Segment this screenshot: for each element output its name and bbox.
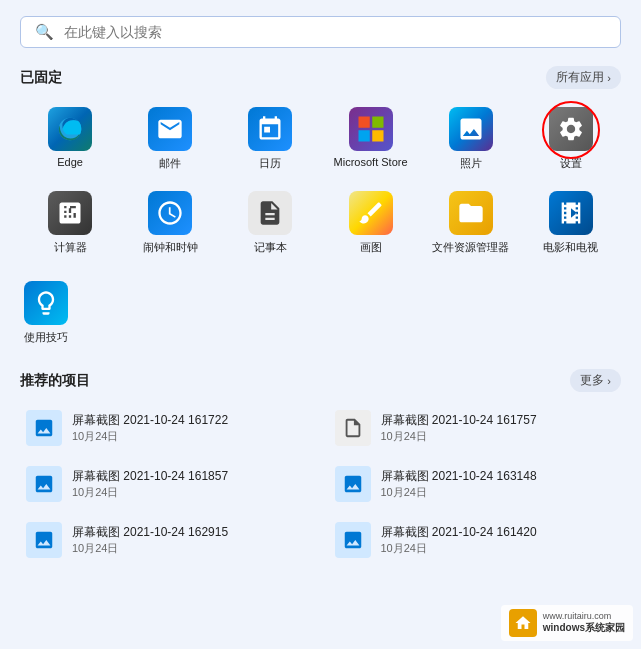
rec-text-0: 屏幕截图 2021-10-24 161722 10月24日 <box>72 412 228 444</box>
svg-rect-1 <box>372 117 383 128</box>
all-apps-label: 所有应用 <box>556 69 604 86</box>
rec-name-3: 屏幕截图 2021-10-24 163148 <box>381 468 537 485</box>
pinned-section-header: 已固定 所有应用 › <box>20 66 621 89</box>
app-tips-label: 使用技巧 <box>24 330 68 345</box>
watermark-icon <box>509 609 537 637</box>
app-settings[interactable]: 设置 <box>521 99 621 179</box>
rec-item-4[interactable]: 屏幕截图 2021-10-24 162915 10月24日 <box>20 514 313 566</box>
rec-name-0: 屏幕截图 2021-10-24 161722 <box>72 412 228 429</box>
rec-date-0: 10月24日 <box>72 429 228 444</box>
rec-name-5: 屏幕截图 2021-10-24 161420 <box>381 524 537 541</box>
rec-name-4: 屏幕截图 2021-10-24 162915 <box>72 524 228 541</box>
rec-icon-0 <box>26 410 62 446</box>
search-bar[interactable]: 🔍 <box>20 16 621 48</box>
explorer-icon <box>449 191 493 235</box>
rec-item-5[interactable]: 屏幕截图 2021-10-24 161420 10月24日 <box>329 514 622 566</box>
mail-icon <box>148 107 192 151</box>
clock-icon <box>148 191 192 235</box>
chevron-right-icon: › <box>607 72 611 84</box>
app-settings-label: 设置 <box>560 156 582 171</box>
rec-text-4: 屏幕截图 2021-10-24 162915 10月24日 <box>72 524 228 556</box>
recommended-section: 推荐的项目 更多 › 屏幕截图 2021-10-24 161722 10月24日 <box>20 369 621 639</box>
search-input[interactable] <box>64 24 606 40</box>
watermark: www.ruitairu.com windows系统家园 <box>501 605 633 641</box>
rec-date-1: 10月24日 <box>381 429 537 444</box>
rec-text-5: 屏幕截图 2021-10-24 161420 10月24日 <box>381 524 537 556</box>
rec-name-1: 屏幕截图 2021-10-24 161757 <box>381 412 537 429</box>
pinned-grid: Edge 邮件 日历 <box>20 99 621 263</box>
rec-date-4: 10月24日 <box>72 541 228 556</box>
rec-item-3[interactable]: 屏幕截图 2021-10-24 163148 10月24日 <box>329 458 622 510</box>
rec-text-3: 屏幕截图 2021-10-24 163148 10月24日 <box>381 468 537 500</box>
rec-item-0[interactable]: 屏幕截图 2021-10-24 161722 10月24日 <box>20 402 313 454</box>
photos-icon <box>449 107 493 151</box>
notepad-icon <box>248 191 292 235</box>
svg-rect-0 <box>358 117 369 128</box>
rec-icon-2 <box>26 466 62 502</box>
recommended-header: 推荐的项目 更多 › <box>20 369 621 392</box>
paint-icon <box>349 191 393 235</box>
app-calculator[interactable]: 计算器 <box>20 183 120 263</box>
rec-date-2: 10月24日 <box>72 485 228 500</box>
recommended-grid: 屏幕截图 2021-10-24 161722 10月24日 屏幕截图 2021-… <box>20 402 621 566</box>
app-edge-label: Edge <box>57 156 83 168</box>
rec-item-1[interactable]: 屏幕截图 2021-10-24 161757 10月24日 <box>329 402 622 454</box>
rec-text-1: 屏幕截图 2021-10-24 161757 10月24日 <box>381 412 537 444</box>
tips-icon <box>24 281 68 325</box>
rec-text-2: 屏幕截图 2021-10-24 161857 10月24日 <box>72 468 228 500</box>
rec-icon-5 <box>335 522 371 558</box>
app-calendar[interactable]: 日历 <box>220 99 320 179</box>
app-notepad-label: 记事本 <box>254 240 287 255</box>
app-mail[interactable]: 邮件 <box>120 99 220 179</box>
pinned-title: 已固定 <box>20 69 62 87</box>
more-link[interactable]: 更多 › <box>570 369 621 392</box>
all-apps-link[interactable]: 所有应用 › <box>546 66 621 89</box>
app-explorer[interactable]: 文件资源管理器 <box>421 183 521 263</box>
rec-date-3: 10月24日 <box>381 485 537 500</box>
rec-date-5: 10月24日 <box>381 541 537 556</box>
calendar-icon <box>248 107 292 151</box>
app-clock-label: 闹钟和时钟 <box>143 240 198 255</box>
app-explorer-label: 文件资源管理器 <box>432 240 509 255</box>
chevron-more-icon: › <box>607 375 611 387</box>
rec-icon-4 <box>26 522 62 558</box>
store-icon <box>349 107 393 151</box>
app-calendar-label: 日历 <box>259 156 281 171</box>
settings-app-icon <box>549 107 593 151</box>
search-icon: 🔍 <box>35 23 54 41</box>
rec-name-2: 屏幕截图 2021-10-24 161857 <box>72 468 228 485</box>
svg-rect-2 <box>358 130 369 141</box>
app-notepad[interactable]: 记事本 <box>220 183 320 263</box>
app-store-label: Microsoft Store <box>334 156 408 168</box>
app-clock[interactable]: 闹钟和时钟 <box>120 183 220 263</box>
app-photos-label: 照片 <box>460 156 482 171</box>
movies-icon <box>549 191 593 235</box>
calculator-icon <box>48 191 92 235</box>
app-mail-label: 邮件 <box>159 156 181 171</box>
app-paint-label: 画图 <box>360 240 382 255</box>
app-movies-label: 电影和电视 <box>543 240 598 255</box>
app-calculator-label: 计算器 <box>54 240 87 255</box>
svg-rect-3 <box>372 130 383 141</box>
app-store[interactable]: Microsoft Store <box>320 99 420 179</box>
more-label: 更多 <box>580 372 604 389</box>
app-photos[interactable]: 照片 <box>421 99 521 179</box>
rec-icon-1 <box>335 410 371 446</box>
rec-icon-3 <box>335 466 371 502</box>
tips-row: 使用技巧 <box>20 273 621 353</box>
start-menu: 🔍 已固定 所有应用 › Edge <box>0 0 641 649</box>
edge-icon <box>48 107 92 151</box>
app-edge[interactable]: Edge <box>20 99 120 179</box>
recommended-title: 推荐的项目 <box>20 372 90 390</box>
app-tips[interactable]: 使用技巧 <box>20 273 72 353</box>
app-paint[interactable]: 画图 <box>320 183 420 263</box>
app-movies[interactable]: 电影和电视 <box>521 183 621 263</box>
rec-item-2[interactable]: 屏幕截图 2021-10-24 161857 10月24日 <box>20 458 313 510</box>
watermark-text: www.ruitairu.com windows系统家园 <box>543 611 625 635</box>
